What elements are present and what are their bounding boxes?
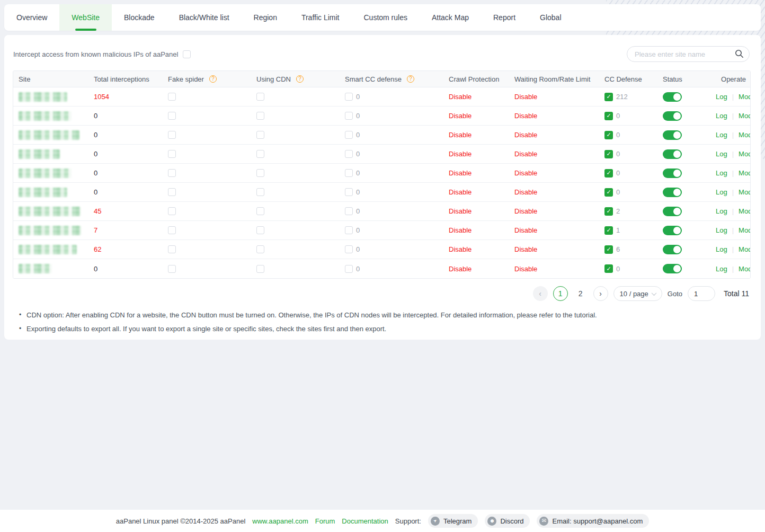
waiting-room-link[interactable]: Disable xyxy=(514,207,537,215)
crawl-protection-link[interactable]: Disable xyxy=(449,188,472,196)
log-link[interactable]: Log xyxy=(716,169,727,177)
using-cdn-checkbox[interactable] xyxy=(256,245,264,253)
waiting-room-link[interactable]: Disable xyxy=(514,93,537,101)
modify-link[interactable]: Modify xyxy=(739,150,751,158)
tab-global[interactable]: Global xyxy=(528,4,573,31)
log-link[interactable]: Log xyxy=(716,131,727,139)
smart-cc-checkbox[interactable] xyxy=(345,245,353,253)
page-button-1[interactable]: 1 xyxy=(553,286,568,301)
cc-defense-checked-icon[interactable]: ✓ xyxy=(604,207,613,216)
crawl-protection-link[interactable]: Disable xyxy=(449,207,472,215)
using-cdn-checkbox[interactable] xyxy=(256,207,264,215)
search-icon[interactable] xyxy=(735,49,744,58)
crawl-protection-link[interactable]: Disable xyxy=(449,226,472,234)
using-cdn-checkbox[interactable] xyxy=(256,226,264,234)
status-toggle[interactable] xyxy=(663,149,682,159)
modify-link[interactable]: Modify xyxy=(739,226,751,234)
using-cdn-checkbox[interactable] xyxy=(256,112,264,120)
modify-link[interactable]: Modify xyxy=(739,112,751,120)
fake-spider-checkbox[interactable] xyxy=(168,265,176,273)
status-toggle[interactable] xyxy=(663,169,682,178)
support-button-email[interactable]: Email: support@aapanel.com xyxy=(537,514,649,528)
using-cdn-checkbox[interactable] xyxy=(256,188,264,196)
smart-cc-checkbox[interactable] xyxy=(345,131,353,139)
tab-report[interactable]: Report xyxy=(481,4,528,31)
status-toggle[interactable] xyxy=(663,111,682,121)
next-page-button[interactable]: › xyxy=(593,286,608,301)
intercept-malicious-ips-option[interactable]: Intercept access from known malicious IP… xyxy=(13,50,191,58)
log-link[interactable]: Log xyxy=(716,226,727,234)
cc-defense-checked-icon[interactable]: ✓ xyxy=(604,226,613,235)
tab-attack-map[interactable]: Attack Map xyxy=(420,4,481,31)
status-toggle[interactable] xyxy=(663,245,682,254)
modify-link[interactable]: Modify xyxy=(739,207,751,215)
modify-link[interactable]: Modify xyxy=(739,265,751,273)
help-icon[interactable]: ? xyxy=(407,75,414,83)
smart-cc-checkbox[interactable] xyxy=(345,112,353,120)
tab-traffic-limit[interactable]: Traffic Limit xyxy=(289,4,352,31)
crawl-protection-link[interactable]: Disable xyxy=(449,265,472,273)
smart-cc-checkbox[interactable] xyxy=(345,93,353,101)
log-link[interactable]: Log xyxy=(716,93,727,101)
status-toggle[interactable] xyxy=(663,264,682,273)
page-size-select[interactable]: 10 / page xyxy=(613,286,662,301)
log-link[interactable]: Log xyxy=(716,265,727,273)
smart-cc-checkbox[interactable] xyxy=(345,226,353,234)
footer-link-www-aapanel-com[interactable]: www.aapanel.com xyxy=(252,517,308,525)
waiting-room-link[interactable]: Disable xyxy=(514,265,537,273)
smart-cc-checkbox[interactable] xyxy=(345,265,353,273)
cc-defense-checked-icon[interactable]: ✓ xyxy=(604,188,613,197)
modify-link[interactable]: Modify xyxy=(739,131,751,139)
waiting-room-link[interactable]: Disable xyxy=(514,188,537,196)
crawl-protection-link[interactable]: Disable xyxy=(449,169,472,177)
prev-page-button[interactable]: ‹ xyxy=(533,286,548,301)
support-button-telegram[interactable]: Telegram xyxy=(428,514,478,528)
support-button-discord[interactable]: Discord xyxy=(485,514,530,528)
cc-defense-checked-icon[interactable]: ✓ xyxy=(604,169,613,178)
modify-link[interactable]: Modify xyxy=(739,245,751,253)
log-link[interactable]: Log xyxy=(716,112,727,120)
footer-link-documentation[interactable]: Documentation xyxy=(342,517,388,525)
using-cdn-checkbox[interactable] xyxy=(256,169,264,177)
help-icon[interactable]: ? xyxy=(296,75,304,83)
tab-blockade[interactable]: Blockade xyxy=(112,4,167,31)
fake-spider-checkbox[interactable] xyxy=(168,112,176,120)
status-toggle[interactable] xyxy=(663,207,682,216)
log-link[interactable]: Log xyxy=(716,150,727,158)
waiting-room-link[interactable]: Disable xyxy=(514,226,537,234)
waiting-room-link[interactable]: Disable xyxy=(514,245,537,253)
status-toggle[interactable] xyxy=(663,188,682,197)
using-cdn-checkbox[interactable] xyxy=(256,265,264,273)
tab-region[interactable]: Region xyxy=(242,4,289,31)
cc-defense-checked-icon[interactable]: ✓ xyxy=(604,150,613,158)
modify-link[interactable]: Modify xyxy=(739,93,751,101)
goto-page-input[interactable] xyxy=(688,286,715,301)
fake-spider-checkbox[interactable] xyxy=(168,93,176,101)
footer-link-forum[interactable]: Forum xyxy=(315,517,335,525)
cc-defense-checked-icon[interactable]: ✓ xyxy=(604,245,613,254)
tab-overview[interactable]: Overview xyxy=(4,4,59,31)
cc-defense-checked-icon[interactable]: ✓ xyxy=(604,93,613,101)
waiting-room-link[interactable]: Disable xyxy=(514,112,537,120)
crawl-protection-link[interactable]: Disable xyxy=(449,93,472,101)
using-cdn-checkbox[interactable] xyxy=(256,150,264,158)
crawl-protection-link[interactable]: Disable xyxy=(449,245,472,253)
modify-link[interactable]: Modify xyxy=(739,188,751,196)
tab-black-white-list[interactable]: Black/White list xyxy=(167,4,242,31)
crawl-protection-link[interactable]: Disable xyxy=(449,150,472,158)
fake-spider-checkbox[interactable] xyxy=(168,150,176,158)
log-link[interactable]: Log xyxy=(716,245,727,253)
fake-spider-checkbox[interactable] xyxy=(168,169,176,177)
log-link[interactable]: Log xyxy=(716,188,727,196)
log-link[interactable]: Log xyxy=(716,207,727,215)
waiting-room-link[interactable]: Disable xyxy=(514,169,537,177)
smart-cc-checkbox[interactable] xyxy=(345,169,353,177)
search-input[interactable] xyxy=(627,46,750,62)
fake-spider-checkbox[interactable] xyxy=(168,226,176,234)
status-toggle[interactable] xyxy=(663,226,682,235)
using-cdn-checkbox[interactable] xyxy=(256,93,264,101)
using-cdn-checkbox[interactable] xyxy=(256,131,264,139)
cc-defense-checked-icon[interactable]: ✓ xyxy=(604,131,613,139)
modify-link[interactable]: Modify xyxy=(739,169,751,177)
fake-spider-checkbox[interactable] xyxy=(168,188,176,196)
